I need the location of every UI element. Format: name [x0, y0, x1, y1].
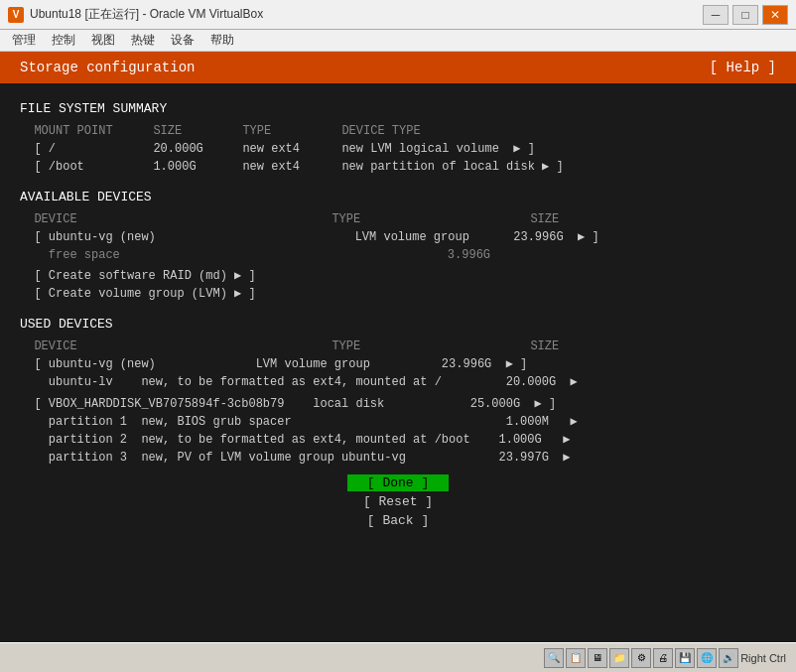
taskbar-icon-8[interactable]: 🌐: [697, 648, 717, 668]
reset-button-row[interactable]: [ Reset ]: [348, 493, 448, 510]
storage-content: FILE SYSTEM SUMMARY MOUNT POINTSIZETYPED…: [0, 83, 796, 642]
back-button[interactable]: [ Back ]: [348, 512, 448, 529]
menu-help[interactable]: 帮助: [202, 30, 242, 51]
storage-help[interactable]: [ Help ]: [710, 60, 776, 75]
fs-col-size: SIZE: [153, 122, 242, 140]
taskbar: 🔍 📋 🖥 📁 ⚙ 🖨 💾 🌐 🔊 Right Ctrl: [0, 642, 796, 672]
used-row-ubuntu-lv[interactable]: ubuntu-lv new, to be formatted as ext4, …: [20, 373, 776, 391]
menu-control[interactable]: 控制: [44, 30, 83, 51]
taskbar-icon-5[interactable]: ⚙: [631, 648, 651, 668]
fs-table-header: MOUNT POINTSIZETYPEDEVICE TYPE: [20, 122, 776, 140]
avail-col-size: SIZE: [530, 212, 559, 226]
window-titlebar: V Ubuntu18 [正在运行] - Oracle VM VirtualBox…: [0, 0, 796, 30]
filesystem-summary-title: FILE SYSTEM SUMMARY: [20, 101, 776, 116]
menu-view[interactable]: 视图: [83, 30, 123, 51]
avail-table-header: DEVICETYPESIZE: [20, 210, 776, 228]
create-lvm-action[interactable]: [ Create volume group (LVM) ▶ ]: [20, 285, 776, 303]
fs-col-device: DEVICE TYPE: [341, 124, 420, 138]
taskbar-icon-7[interactable]: 💾: [675, 648, 695, 668]
avail-col-device: DEVICE: [34, 210, 332, 228]
taskbar-icon-6[interactable]: 🖨: [653, 648, 673, 668]
fs-col-type: TYPE: [242, 122, 341, 140]
taskbar-icon-4[interactable]: 📁: [609, 648, 629, 668]
taskbar-icon-1[interactable]: 🔍: [544, 648, 564, 668]
taskbar-icon-9[interactable]: 🔊: [719, 648, 738, 668]
avail-row-free-space: free space3.996G: [20, 246, 776, 264]
used-row-partition1[interactable]: partition 1 new, BIOS grub spacer 1.000M…: [20, 413, 776, 431]
avail-col-type: TYPE: [332, 210, 530, 228]
window-controls: ─ □ ✕: [703, 5, 788, 25]
used-row-vbox-disk[interactable]: [ VBOX_HARDDISK_VB7075894f-3cb08b79 loca…: [20, 395, 776, 413]
vm-display: Storage configuration [ Help ] FILE SYST…: [0, 52, 796, 642]
storage-header: Storage configuration [ Help ]: [0, 52, 796, 83]
storage-title: Storage configuration: [20, 60, 195, 75]
bottom-buttons: [ Done ] [ Reset ] [ Back ]: [20, 467, 776, 533]
menubar: 管理 控制 视图 热键 设备 帮助: [0, 30, 796, 52]
maximize-button[interactable]: □: [732, 5, 758, 25]
used-col-device: DEVICE: [34, 337, 332, 355]
used-table-header: DEVICETYPESIZE: [20, 337, 776, 355]
menu-manage[interactable]: 管理: [4, 30, 44, 51]
menu-hotkey[interactable]: 热键: [123, 30, 163, 51]
done-button[interactable]: [ Done ]: [347, 474, 449, 491]
used-row-ubuntu-vg[interactable]: [ ubuntu-vg (new) LVM volume group 23.99…: [20, 355, 776, 373]
used-row-partition2[interactable]: partition 2 new, to be formatted as ext4…: [20, 431, 776, 449]
used-col-size: SIZE: [530, 339, 559, 353]
back-button-row[interactable]: [ Back ]: [348, 512, 448, 529]
reset-button[interactable]: [ Reset ]: [348, 493, 448, 510]
used-col-type: TYPE: [332, 337, 530, 355]
used-devices-title: USED DEVICES: [20, 317, 776, 332]
fs-row-root[interactable]: [ /20.000Gnew ext4new LVM logical volume…: [20, 140, 776, 158]
close-button[interactable]: ✕: [762, 5, 788, 25]
right-ctrl-label: Right Ctrl: [740, 652, 786, 664]
fs-row-boot[interactable]: [ /boot1.000Gnew ext4new partition of lo…: [20, 158, 776, 176]
menu-devices[interactable]: 设备: [163, 30, 202, 51]
minimize-button[interactable]: ─: [703, 5, 729, 25]
done-button-row[interactable]: [ Done ]: [347, 474, 449, 491]
create-raid-action[interactable]: [ Create software RAID (md) ▶ ]: [20, 267, 776, 285]
used-row-partition3[interactable]: partition 3 new, PV of LVM volume group …: [20, 449, 776, 467]
avail-row-ubuntu-vg[interactable]: [ ubuntu-vg (new) LVM volume group 23.99…: [20, 228, 776, 246]
app-icon: V: [8, 7, 24, 23]
window-title: Ubuntu18 [正在运行] - Oracle VM VirtualBox: [30, 6, 703, 23]
taskbar-icon-2[interactable]: 📋: [566, 648, 586, 668]
taskbar-icon-3[interactable]: 🖥: [588, 648, 607, 668]
available-devices-title: AVAILABLE DEVICES: [20, 190, 776, 204]
app-icon-label: V: [13, 9, 20, 20]
fs-col-mount: MOUNT POINT: [34, 122, 153, 140]
